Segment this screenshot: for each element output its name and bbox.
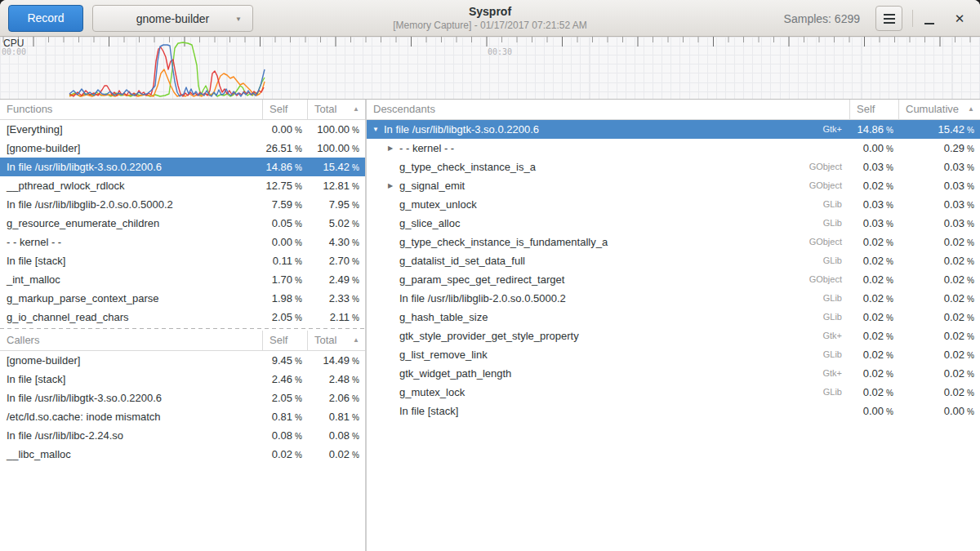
function-name: [gnome-builder] (0, 139, 263, 158)
hamburger-icon (884, 14, 895, 16)
functions-table-body: [Everything]0.00%100.00%[gnome-builder]2… (0, 120, 365, 327)
function-name: /etc/ld.so.cache: inode mismatch (0, 407, 263, 426)
library-tag: GLib (823, 251, 850, 270)
table-row[interactable]: /etc/ld.so.cache: inode mismatch0.81%0.8… (0, 407, 365, 426)
percent-value: 7.59% (263, 195, 308, 214)
descendant-name-cell: gtk_style_provider_get_style_propertyGtk… (367, 327, 850, 345)
table-row[interactable]: In file /usr/lib/libglib-2.0.so.0.5000.2… (0, 195, 365, 214)
table-row[interactable]: __pthread_rwlock_rdlock12.75%12.81% (0, 176, 365, 195)
table-row[interactable]: - - kernel - -0.00%4.30% (0, 233, 365, 251)
total-column-header[interactable]: Total ▲ (308, 331, 365, 350)
tree-row[interactable]: ▶g_signal_emitGObject0.02%0.03% (367, 176, 980, 195)
percent-value: 1.70% (263, 270, 308, 289)
percent-value: 2.05% (263, 308, 308, 327)
expander-spacer (388, 402, 399, 420)
table-row[interactable]: g_resource_enumerate_children0.05%5.02% (0, 214, 365, 233)
tree-row[interactable]: In file /usr/lib/libglib-2.0.so.0.5000.2… (367, 289, 980, 308)
table-row[interactable]: g_markup_parse_context_parse1.98%2.33% (0, 289, 365, 308)
function-name: g_markup_parse_context_parse (0, 289, 263, 308)
tree-row[interactable]: g_datalist_id_set_data_fullGLib0.02%0.02… (367, 251, 980, 270)
cpu-graph-canvas (0, 37, 980, 100)
tree-row[interactable]: gtk_style_provider_get_style_propertyGtk… (367, 327, 980, 345)
self-column-header[interactable]: Self (263, 100, 308, 119)
percent-value: 0.02% (850, 176, 899, 195)
right-pane: Descendants Self Cumulative ▲ ▼In file /… (367, 100, 980, 551)
record-button[interactable]: Record (8, 5, 83, 32)
window-title: Sysprof (245, 4, 735, 20)
percent-value: 2.11% (308, 308, 365, 327)
tree-row[interactable]: g_type_check_instance_is_aGObject0.03%0.… (367, 158, 980, 176)
tree-row[interactable]: ▶- - kernel - -0.00%0.29% (367, 139, 980, 158)
close-button[interactable]: ✕ (949, 6, 970, 31)
left-pane: Functions Self Total ▲ [Everything]0.00%… (0, 100, 367, 551)
table-row[interactable]: In file /usr/lib/libgtk-3.so.0.2200.62.0… (0, 389, 365, 407)
total-column-header[interactable]: Total ▲ (308, 100, 365, 119)
table-row[interactable]: g_io_channel_read_chars2.05%2.11% (0, 308, 365, 327)
table-row[interactable]: _int_malloc1.70%2.49% (0, 270, 365, 289)
table-row[interactable]: In file [stack]2.46%2.48% (0, 370, 365, 389)
titlebar-separator (912, 10, 913, 27)
percent-value: 14.86% (850, 120, 899, 139)
descendant-name-cell: ▶- - kernel - - (367, 139, 850, 158)
cpu-timeline-graph[interactable]: CPU 00:00 00:30 (0, 37, 980, 100)
tree-row[interactable]: g_list_remove_linkGLib0.02%0.02% (367, 345, 980, 364)
percent-value: 100.00% (308, 120, 365, 139)
process-selector-label: gnome-builder (136, 12, 210, 25)
menu-button[interactable] (875, 6, 902, 31)
tree-row[interactable]: g_type_check_instance_is_fundamentally_a… (367, 233, 980, 251)
minimize-icon (924, 23, 934, 24)
descendant-name: In file /usr/lib/libglib-2.0.so.0.5000.2 (399, 289, 566, 308)
percent-value: 7.95% (308, 195, 365, 214)
descendants-column-header[interactable]: Descendants (367, 100, 850, 119)
function-name: In file [stack] (0, 251, 263, 270)
table-row[interactable]: [gnome-builder]9.45%14.49% (0, 351, 365, 370)
percent-value: 1.98% (263, 289, 308, 308)
table-row[interactable]: [gnome-builder]26.51%100.00% (0, 139, 365, 158)
percent-value: 0.02% (899, 289, 980, 308)
table-row[interactable]: __libc_malloc0.02%0.02% (0, 445, 365, 464)
title-box: Sysprof [Memory Capture] - 01/17/2017 07… (245, 4, 735, 32)
descendant-name: gtk_widget_path_length (399, 364, 511, 383)
tree-row[interactable]: g_mutex_lockGLib0.02%0.02% (367, 383, 980, 402)
process-selector-dropdown[interactable]: gnome-builder ▼ (92, 5, 253, 32)
percent-value: 0.05% (263, 214, 308, 233)
descendant-name: g_signal_emit (399, 176, 465, 195)
self-column-header[interactable]: Self (263, 331, 308, 350)
minimize-button[interactable] (919, 6, 940, 31)
sort-ascending-icon: ▲ (353, 331, 359, 350)
percent-value: 12.75% (263, 176, 308, 195)
cumulative-column-header[interactable]: Cumulative ▲ (899, 100, 980, 119)
table-row[interactable]: In file /usr/lib/libc-2.24.so0.08%0.08% (0, 426, 365, 445)
function-name: g_io_channel_read_chars (0, 308, 263, 327)
tree-row[interactable]: gtk_widget_path_lengthGtk+0.02%0.02% (367, 364, 980, 383)
table-row[interactable]: [Everything]0.00%100.00% (0, 120, 365, 139)
percent-value: 2.48% (308, 370, 365, 389)
library-tag: GObject (809, 270, 850, 289)
self-column-header[interactable]: Self (850, 100, 899, 119)
percent-value: 100.00% (308, 139, 365, 158)
table-row[interactable]: In file /usr/lib/libgtk-3.so.0.2200.614.… (0, 158, 365, 176)
percent-value: 0.02% (850, 233, 899, 251)
percent-value: 0.03% (850, 158, 899, 176)
table-row[interactable]: In file [stack]0.11%2.70% (0, 251, 365, 270)
expander-closed-icon[interactable]: ▶ (388, 176, 399, 195)
percent-value: 0.00% (850, 402, 899, 420)
functions-column-header[interactable]: Functions (0, 100, 263, 119)
descendant-name-cell: g_datalist_id_set_data_fullGLib (367, 251, 850, 270)
percent-value: 2.05% (263, 389, 308, 407)
cpu-blue-line (69, 45, 265, 96)
tree-row[interactable]: ▼In file /usr/lib/libgtk-3.so.0.2200.6Gt… (367, 120, 980, 139)
tree-row[interactable]: g_mutex_unlockGLib0.03%0.03% (367, 195, 980, 214)
callers-column-header[interactable]: Callers (0, 331, 263, 350)
expander-open-icon[interactable]: ▼ (372, 120, 384, 139)
capture-subtitle: [Memory Capture] - 01/17/2017 07:21:52 A… (245, 20, 735, 32)
tree-row[interactable]: In file [stack]0.00%0.00% (367, 402, 980, 420)
tree-row[interactable]: g_param_spec_get_redirect_targetGObject0… (367, 270, 980, 289)
expander-closed-icon[interactable]: ▶ (388, 139, 399, 158)
tree-row[interactable]: g_hash_table_sizeGLib0.02%0.02% (367, 308, 980, 327)
percent-value: 0.08% (263, 426, 308, 445)
descendant-name-cell: g_slice_allocGLib (367, 214, 850, 233)
function-name: In file /usr/lib/libgtk-3.so.0.2200.6 (0, 158, 263, 176)
descendant-name: g_slice_alloc (399, 214, 460, 233)
tree-row[interactable]: g_slice_allocGLib0.03%0.03% (367, 214, 980, 233)
